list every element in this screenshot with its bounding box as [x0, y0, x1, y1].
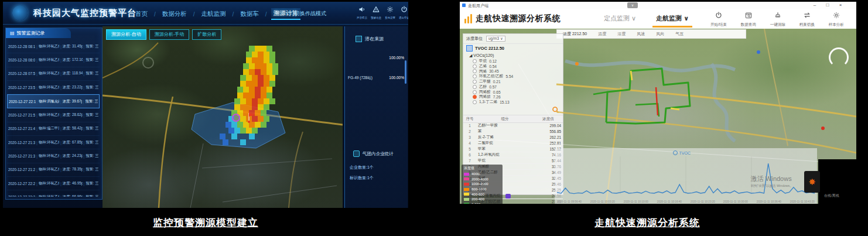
source-percentage: 100.00% [389, 76, 404, 81]
nav-item-4[interactable]: 数据车 [238, 9, 261, 19]
stat-line: 标识数量:1个 [350, 175, 374, 181]
alert-row[interactable]: 2020-12-27 21:27:27|物种:环氧乙烷|浓度: 78.35ppb… [7, 163, 100, 177]
header-action-speaker-icon[interactable]: 声音提示 [357, 5, 367, 19]
alert-row[interactable]: 2020-12-27 21:37:27|物种:环氧乙烷|浓度: 67.85ppb… [7, 136, 100, 149]
alert-cell: 预警: 三级 [86, 153, 98, 159]
source-marker[interactable] [233, 114, 240, 121]
map-tab-3[interactable]: 扩散分析 [192, 29, 221, 40]
header-action-gear-icon[interactable]: 系统设置 [385, 5, 395, 19]
alert-cell: 预警: 三级 [86, 44, 98, 49]
legend-swatch [464, 198, 469, 201]
x-axis-label: 2020-11-11 10:16:40 [657, 200, 681, 203]
legend-title: 浓度值 [464, 166, 500, 171]
alert-sidebar-tab[interactable]: ▤ 预警监测记录 [6, 28, 71, 38]
legend-label: 0-200 [471, 203, 480, 204]
titlebar-dropdown-button[interactable]: ∨ [627, 2, 638, 8]
alert-cell: 2020-12-27 21:52:27 [8, 113, 35, 117]
left-app-title: 科技园大气监控预警平台 [33, 8, 136, 19]
x-axis-label: 2020-11-11 10:43:20 [790, 200, 815, 203]
alert-cell: 2020-12-27 22:27:34 [8, 182, 35, 186]
alert-cell: 预警: 三级 [86, 112, 98, 118]
right-map[interactable]: 浓度 2212.50温度湿度风速风向气压 浓度单位 ug/m3 ∨ TVOC 2… [460, 29, 856, 204]
nav-item-1[interactable]: 首页 [133, 9, 150, 19]
tab-1[interactable]: 定点监测 ∨ [604, 14, 636, 28]
toolbar-calendar-search-icon[interactable]: 数据查询 [741, 11, 756, 28]
nav-item-3[interactable]: 走航监测 [199, 9, 228, 19]
alert-row[interactable]: 2020-12-27 22:18:41|物种:四氯化碳|浓度: 39.67ppb… [7, 94, 100, 108]
header-action-alert-triangle-icon[interactable]: 预警信息 [371, 5, 381, 19]
high-concentration-segment [656, 87, 658, 115]
panel-scrollbar[interactable] [405, 60, 406, 84]
nav-separator: / [193, 11, 195, 18]
mode-switch-button[interactable]: 切换作战模式 [286, 10, 326, 18]
antivirus-widget[interactable]: ✸ [804, 171, 820, 193]
alert-row[interactable]: 2020-12-27 21:42:27|物种:偏二甲肼|浓度: 58.42ppb… [7, 122, 100, 136]
minimize-button[interactable]: – [810, 2, 819, 9]
driving-route-trace [593, 69, 690, 124]
vehicle-marker[interactable] [505, 194, 511, 199]
cell-separator: | [84, 167, 85, 172]
x-axis-label: 2020-11-11 10:36:40 [757, 200, 781, 203]
alert-cell: 预警: 三级 [86, 167, 98, 172]
nav-item-2[interactable]: 数据分析 [160, 9, 189, 19]
alert-cell: 预警: 三级 [86, 57, 98, 63]
toolbar-gear-icon[interactable]: 样本分析 [829, 11, 844, 28]
alert-row[interactable]: 2020-12-27 21:32:27|物种:环氧乙烷|浓度: 24.23ppb… [7, 149, 100, 163]
alert-cell: 2020-12-27 23:52:34 [8, 85, 35, 90]
cell-separator: | [36, 45, 37, 49]
map-marker[interactable] [757, 50, 760, 54]
alert-cell: 2020-12-27 21:27:27 [8, 167, 35, 172]
toolbar-swap-arrows-icon[interactable]: 档案切换 [799, 11, 815, 28]
app-logo-bars-icon [464, 14, 473, 23]
cell-separator: | [36, 141, 37, 145]
alert-list[interactable]: 2020-12-28 08:12:27|物种:环氧乙烷|浓度: 31.45ppb… [7, 40, 100, 197]
tab-2[interactable]: 走航监测 ∨ [656, 14, 689, 28]
alert-row[interactable]: 2020-12-27 23:52:34|物种:环氧乙烷|浓度: 23.22ppb… [7, 81, 100, 94]
alert-row[interactable]: 2020-12-28 07:57:27|物种:环氧乙烷|浓度: 118.94pp… [7, 67, 100, 81]
alert-triangle-icon [373, 5, 380, 15]
cell-separator: | [60, 58, 61, 62]
left-caption: 监控预警溯源模型建立 [3, 216, 408, 230]
alert-cell: 浓度: 118.94ppb [63, 71, 83, 76]
legend-swatch [464, 203, 469, 204]
cell-separator: | [84, 45, 85, 49]
chart-legend[interactable]: TVOC [673, 151, 691, 155]
platform-logo [12, 5, 28, 20]
close-button[interactable]: × [836, 2, 845, 9]
cell-separator: | [60, 141, 61, 145]
virus-icon: ✸ [808, 177, 816, 187]
right-app-title: 走航快速溯源分析系统 [476, 13, 561, 24]
nav-separator: / [265, 11, 267, 18]
windows-activation-watermark: 激活 Windows 转到"设置"以激活 Windows。 [751, 175, 793, 188]
alert-cell: 2020-12-27 22:32:34 [8, 195, 35, 197]
toolbar-power-icon[interactable]: 开始/结束 [710, 11, 727, 28]
swap-arrows-icon [804, 11, 811, 21]
alert-row[interactable]: 2020-12-27 21:52:27|物种:环氧乙烷|浓度: 28.62ppb… [7, 108, 100, 122]
legend-row: 0-200 [464, 202, 500, 204]
right-caption: 走航快速溯源分析系统 [460, 216, 835, 230]
alert-cell: 预警: 三级 [86, 71, 98, 76]
left-map[interactable]: 溯源分析-自动溯源分析-手动扩散分析 [102, 26, 343, 208]
map-marker[interactable] [821, 126, 825, 130]
cell-separator: | [60, 195, 61, 197]
alert-cell: 物种:环氧乙烷 [39, 57, 59, 63]
alert-row[interactable]: 2020-12-28 08:12:27|物种:环氧乙烷|浓度: 31.45ppb… [7, 40, 100, 53]
maximize-button[interactable]: □ [823, 2, 832, 9]
header-action-power-icon[interactable]: 退出登录 [399, 5, 408, 19]
map-marker[interactable] [575, 62, 579, 66]
alert-cell: 2020-12-28 08:02:27 [8, 58, 35, 62]
map-analysis-tabs: 溯源分析-自动溯源分析-手动扩散分析 [106, 29, 221, 40]
alert-row[interactable]: 2020-12-27 22:32:34|物种:环氧乙烷|浓度: 66.96ppb… [7, 190, 100, 197]
legend-label: 2000-4000 [471, 177, 488, 181]
alert-cell: 预警: 三级 [86, 194, 98, 197]
header-icon-label: 预警信息 [371, 16, 381, 19]
alert-row[interactable]: 2020-12-28 08:02:27|物种:环氧乙烷|浓度: 172.16pp… [7, 53, 100, 67]
map-tab-1[interactable]: 溯源分析-自动 [106, 29, 146, 40]
alert-cell: 2020-12-27 21:37:27 [8, 141, 35, 145]
toolbar-broom-icon[interactable]: 一键清除 [770, 11, 785, 28]
alert-cell: 物种:环氧乙烷 [39, 181, 59, 186]
alert-sidebar: ▤ 预警监测记录 2020-12-28 08:12:27|物种:环氧乙烷|浓度:… [5, 28, 102, 200]
alert-row[interactable]: 2020-12-27 22:27:34|物种:环氧乙烷|浓度: 46.95ppb… [7, 177, 100, 190]
map-tab-2[interactable]: 溯源分析-手动 [149, 29, 190, 40]
toolbar: 开始/结束数据查询一键清除档案切换样本分析 [710, 11, 844, 28]
